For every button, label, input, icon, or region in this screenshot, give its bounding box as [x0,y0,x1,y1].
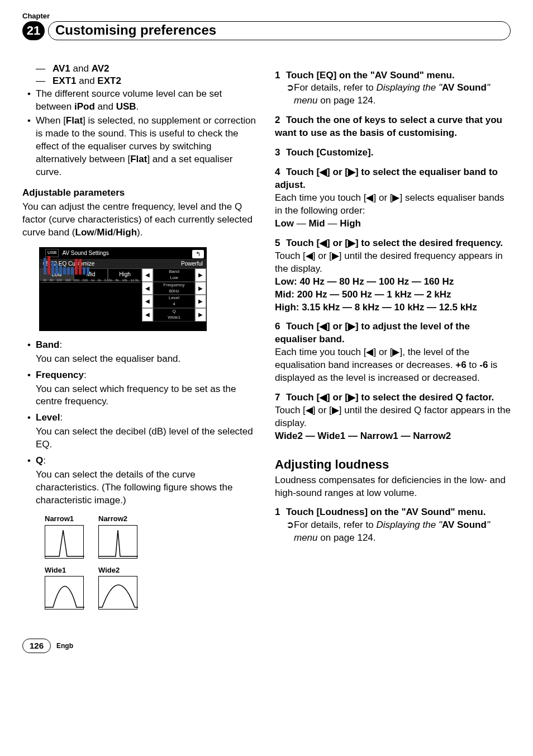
reference-icon: ➲ [286,519,294,545]
source-volume-note: • The different source volume level can … [22,88,258,114]
wide2-curve [98,576,137,609]
step-2: 2Touch the one of keys to select a curve… [275,114,511,140]
wide1-curve [45,576,84,609]
step-6-body: Each time you touch [◀] or [▶], the leve… [275,346,511,385]
usb-label: USB [116,101,136,112]
loudness-desc: Loudness compensates for deficiencies in… [275,474,511,500]
page-footer: 126 Engb [22,639,511,653]
eq-screenshot: ↰ USB AV Sound Settings 05:32 EQ Customi… [39,247,207,331]
band-control: BandLow [153,268,195,282]
term-frequency-desc: You can select which frequency to be set… [22,383,258,409]
step-5: 5Touch [◀] or [▶] to select the desired … [275,237,511,314]
q-next-button[interactable]: ▶ [195,308,206,322]
narrow2-curve [98,525,137,559]
term-q: •Q: [22,455,258,467]
dash-icon: — [36,63,53,75]
term-band-desc: You can select the equaliser band. [22,353,258,366]
right-column: 1Touch [EQ] on the "AV Sound" menu. ➲For… [275,63,511,617]
bullet-icon: • [22,115,36,179]
flat-label: Flat [130,154,147,164]
term-level: •Level: [22,412,258,424]
narrow1-label: Narrow1 [45,514,88,524]
freq-prev-button[interactable]: ◀ [142,282,153,295]
eq-graph [44,247,138,275]
ipod-label: iPod [74,101,95,112]
q-control: QWide1 [153,308,195,322]
step-7: 7Touch [◀] or [▶] to select the desired … [275,391,511,443]
adjustable-parameters-heading: Adjustable parameters [22,187,258,200]
step-1: 1Touch [EQ] on the "AV Sound" menu. ➲For… [275,69,511,108]
step-4: 4Touch [◀] or [▶] to select the equalise… [275,166,511,230]
language-label: Engb [56,641,73,650]
bullet-icon: • [22,339,36,352]
band-prev-button[interactable]: ◀ [142,268,153,282]
freq-next-button[interactable]: ▶ [195,282,206,295]
q-curve-figures: Narrow1 Narrow2 Wide1 Wide2 [45,514,258,609]
adjustable-parameters-text: You can adjust the centre frequency, lev… [22,201,258,239]
loudness-step-1: 1Touch [Loudness] on the "AV Sound" menu… [275,506,511,545]
adjusting-loudness-heading: Adjusting loudness [275,456,511,473]
step-3: 3Touch [Customize]. [275,147,511,159]
dash-icon: — [36,75,53,88]
level-prev-button[interactable]: ◀ [142,295,153,308]
bullet-icon: • [22,88,36,114]
term-frequency: •Frequency: [22,369,258,382]
chapter-number: 21 [22,21,45,40]
ext2-label: EXT2 [97,75,121,86]
av-line: — AV1 and AV2 [22,63,258,75]
step-4-body: Each time you touch [◀] or [▶] selects e… [275,192,511,218]
left-column: — AV1 and AV2 — EXT1 and EXT2 • The diff… [22,63,258,617]
term-level-desc: You can select the decibel (dB) level of… [22,426,258,451]
ext-line: — EXT1 and EXT2 [22,75,258,88]
flat-label: Flat [66,115,83,126]
level-next-button[interactable]: ▶ [195,295,206,308]
chapter-label: Chapter [22,11,511,21]
bullet-icon: • [22,455,36,467]
flat-note: • When [Flat] is selected, no supplement… [22,115,258,179]
bullet-icon: • [22,412,36,424]
av2-label: AV2 [92,63,110,74]
level-control: Level4 [153,295,195,308]
page-header: Chapter 21 Customising preferences [22,11,511,40]
reference-link: ➲For details, refer to Displaying the "A… [275,82,511,107]
back-icon[interactable]: ↰ [192,250,204,258]
step-6: 6Touch [◀] or [▶] to adjust the level of… [275,320,511,385]
narrow2-label: Narrow2 [98,514,142,524]
preset-label: Powerful [181,260,203,268]
wide2-label: Wide2 [98,565,142,575]
ext1-label: EXT1 [53,75,77,86]
term-band: •Band: [22,339,258,352]
page-number: 126 [22,639,51,653]
q-order: Wide2 — Wide1 — Narrow1 — Narrow2 [275,431,451,441]
av1-label: AV1 [53,63,70,74]
wide1-label: Wide1 [45,565,88,575]
narrow1-curve [45,525,84,559]
step-7-body: Touch [◀] or [▶] until the desired Q fac… [275,404,511,430]
term-q-desc: You can select the details of the curve … [22,469,258,507]
frequency-control: Frequency80Hz [153,282,195,295]
step-5-body: Touch [◀] or [▶] until the desired frequ… [275,250,511,276]
q-prev-button[interactable]: ◀ [142,308,153,322]
reference-icon: ➲ [286,82,294,107]
band-next-button[interactable]: ▶ [195,268,206,282]
reference-link: ➲For details, refer to Displaying the "A… [275,519,511,545]
chapter-title: Customising preferences [48,21,511,40]
bullet-icon: • [22,369,36,382]
